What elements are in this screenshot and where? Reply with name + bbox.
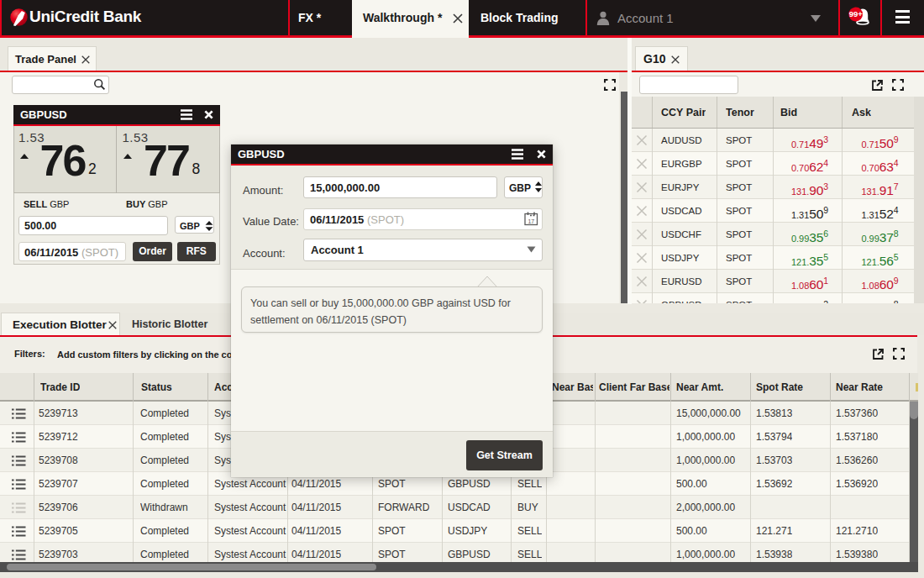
svg-text:99+: 99+ — [849, 9, 864, 18]
svg-text:17: 17 — [528, 218, 534, 224]
